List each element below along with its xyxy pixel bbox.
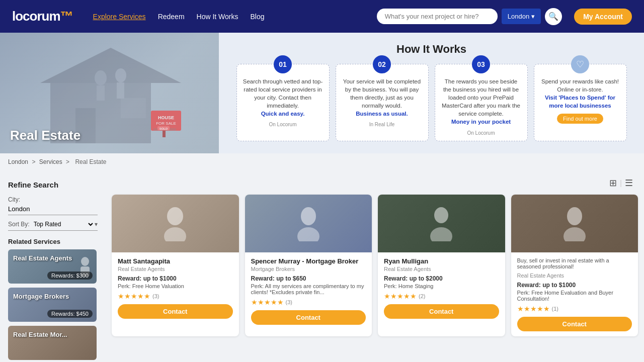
nav-explore-services[interactable]: Explore Services xyxy=(93,13,146,21)
svg-rect-5 xyxy=(97,85,105,101)
card-4-reward: Reward: up to $1000 xyxy=(517,282,632,289)
card-3-photo xyxy=(378,195,505,252)
logo: locorum™ xyxy=(12,9,73,24)
card-3-reward: Reward: up to $2000 xyxy=(384,275,499,282)
card-4-stars-row: ★★★★★ (1) xyxy=(517,305,632,313)
search-button[interactable]: 🔍 xyxy=(545,8,562,25)
card-2-stars: ★★★★★ xyxy=(251,298,284,306)
card-1-stars: ★★★★★ xyxy=(118,292,150,300)
chevron-down-icon: ▾ xyxy=(531,13,535,20)
svg-point-4 xyxy=(95,70,107,85)
card-3-perk: Perk: Home Staging xyxy=(384,283,499,289)
card-4-category: Real Estate Agents xyxy=(517,273,632,279)
card-2-reward: Reward: up to $650 xyxy=(251,275,366,282)
card-4-contact-button[interactable]: Contact xyxy=(517,317,632,331)
card-2-stars-row: ★★★★★ (3) xyxy=(251,298,366,306)
related-item-2-reward: Rewards: $450 xyxy=(47,310,93,318)
sidebar: Refine Search City: Sort By: Top Rated M… xyxy=(0,176,106,362)
logo-text: locorum xyxy=(12,9,60,24)
card-1: Matt Santagapita Real Estate Agents Rewa… xyxy=(112,195,239,336)
city-input[interactable] xyxy=(8,203,98,215)
card-2-contact-button[interactable]: Contact xyxy=(251,310,366,325)
grid-view-icon[interactable]: ⊞ xyxy=(608,176,618,190)
svg-point-22 xyxy=(430,227,452,241)
card-4-perk: Perk: Free Home Evaluation and Buyer Con… xyxy=(517,290,632,302)
sort-row: Sort By: Top Rated Most Reviews Highest … xyxy=(8,220,98,231)
card-1-perk: Perk: Free Home Valuation xyxy=(118,283,233,289)
related-item-real-estate-agents[interactable]: Real Estate Agents Rewards: $300 xyxy=(8,249,97,284)
step-2-body: Your service will be completed by the bu… xyxy=(342,69,422,118)
card-3-contact-button[interactable]: Contact xyxy=(384,304,499,319)
my-account-button[interactable]: My Account xyxy=(574,9,632,25)
svg-marker-1 xyxy=(40,48,181,83)
breadcrumb-row: London > Services > Real Estate xyxy=(0,153,644,170)
card-3-name: Ryan Mulligan xyxy=(384,257,499,265)
svg-point-6 xyxy=(115,68,126,82)
breadcrumb-sep-1: > xyxy=(32,158,37,165)
card-2-category: Mortgage Brokers xyxy=(251,266,366,272)
hero-label: Real Estate xyxy=(10,128,80,143)
card-4-body: Buy, sell or invest in real estate with … xyxy=(511,252,638,336)
svg-point-19 xyxy=(301,207,316,225)
how-it-works-title: How It Works xyxy=(234,43,629,56)
header: locorum™ Explore Services Redeem How It … xyxy=(0,0,644,33)
related-item-3-label: Real Estate Mor... xyxy=(13,331,67,338)
card-1-contact-button[interactable]: Contact xyxy=(118,304,233,319)
breadcrumb-services[interactable]: Services xyxy=(39,158,62,165)
svg-point-20 xyxy=(297,227,319,241)
card-1-rating-count: (3) xyxy=(152,293,159,299)
svg-rect-11 xyxy=(163,130,166,137)
svg-text:SOLD: SOLD xyxy=(159,127,168,130)
search-icon: 🔍 xyxy=(548,12,558,21)
hero-image: HOUSE FOR SALE SOLD Real Estate xyxy=(0,33,219,153)
view-icons: ⊞ | ☰ xyxy=(608,176,634,190)
card-1-photo xyxy=(112,195,239,252)
for-sale-sign: HOUSE FOR SALE SOLD xyxy=(148,108,189,138)
step-1-highlight: Quick and easy. xyxy=(243,110,323,118)
nav-redeem[interactable]: Redeem xyxy=(158,13,185,21)
city-label: City: xyxy=(8,196,20,203)
nav-how-it-works[interactable]: How It Works xyxy=(197,13,238,21)
location-select[interactable]: London ▾ xyxy=(502,9,541,24)
card-4-desc: Buy, sell or invest in real estate with … xyxy=(517,257,632,269)
heart-icon: ♡ xyxy=(571,55,589,73)
step-4-body: Spend your rewards like cash! Online or … xyxy=(540,69,620,110)
breadcrumb-london[interactable]: London xyxy=(8,158,28,165)
step-2-highlight: Business as usual. xyxy=(342,110,422,118)
svg-point-15 xyxy=(81,257,89,266)
step-1-number: 01 xyxy=(274,55,292,73)
breadcrumb-current: Real Estate xyxy=(75,158,106,165)
nav: Explore Services Redeem How It Works Blo… xyxy=(93,13,265,21)
related-item-mortgage-brokers[interactable]: Mortgage Brokers Rewards: $450 xyxy=(8,288,97,322)
card-4: Buy, sell or invest in real estate with … xyxy=(511,195,638,336)
svg-rect-7 xyxy=(117,82,124,99)
nav-blog[interactable]: Blog xyxy=(251,13,265,21)
person-silhouette-1 xyxy=(160,206,190,241)
step-1: 01 Search through vetted and top-rated l… xyxy=(236,64,330,141)
steps-container: 01 Search through vetted and top-rated l… xyxy=(234,64,629,141)
card-2-body: Spencer Murray - Mortgage Broker Mortgag… xyxy=(245,252,372,330)
refine-search-title: Refine Search xyxy=(8,180,98,189)
svg-point-17 xyxy=(167,207,183,225)
svg-point-18 xyxy=(164,227,186,241)
related-item-1-reward: Rewards: $300 xyxy=(47,272,93,280)
sort-label: Sort By: xyxy=(8,221,30,228)
card-1-body: Matt Santagapita Real Estate Agents Rewa… xyxy=(112,252,239,324)
search-input[interactable] xyxy=(377,9,498,24)
related-item-3[interactable]: Real Estate Mor... xyxy=(8,326,97,360)
person-silhouette-3 xyxy=(426,206,456,241)
find-out-more-button[interactable]: Find out more xyxy=(557,114,603,124)
step-2-label: In Real Life xyxy=(342,122,422,127)
step-1-body: Search through vetted and top-rated loca… xyxy=(243,69,323,118)
card-2: Spencer Murray - Mortgage Broker Mortgag… xyxy=(245,195,372,336)
step-2: 02 Your service will be completed by the… xyxy=(336,64,429,141)
list-view-icon[interactable]: ☰ xyxy=(624,176,634,190)
how-it-works-section: How It Works 01 Search through vetted an… xyxy=(219,33,644,153)
card-1-category: Real Estate Agents xyxy=(118,266,233,272)
step-3-body: The rewards you see beside the business … xyxy=(441,69,521,126)
card-2-name: Spencer Murray - Mortgage Broker xyxy=(251,257,366,265)
card-3: Ryan Mulligan Real Estate Agents Reward:… xyxy=(378,195,505,336)
step-1-label: On Locorum xyxy=(243,122,323,127)
step-3-highlight: Money in your pocket xyxy=(441,118,521,126)
sort-select[interactable]: Top Rated Most Reviews Highest Reward xyxy=(32,220,95,228)
